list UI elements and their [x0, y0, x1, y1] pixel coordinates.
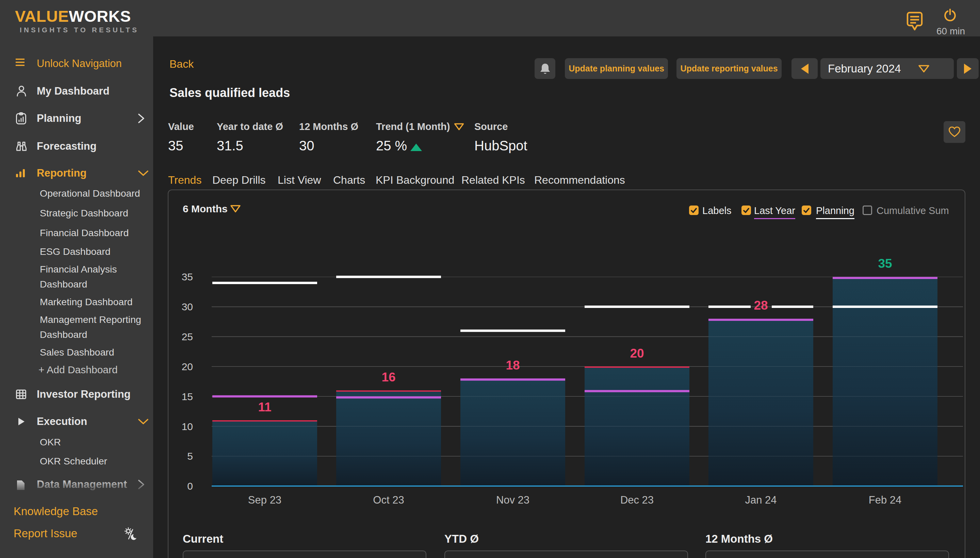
svg-text:Feb 24: Feb 24: [869, 494, 902, 506]
svg-text:20: 20: [182, 361, 193, 372]
svg-text:Sep 23: Sep 23: [248, 494, 281, 506]
svg-text:20: 20: [630, 346, 644, 360]
svg-text:16: 16: [381, 370, 396, 384]
svg-text:Dec 23: Dec 23: [621, 494, 654, 506]
svg-text:10: 10: [182, 421, 193, 432]
svg-text:30: 30: [182, 301, 193, 312]
svg-text:Oct 23: Oct 23: [373, 494, 404, 506]
svg-text:35: 35: [182, 271, 193, 282]
svg-text:35: 35: [878, 256, 892, 271]
svg-text:18: 18: [506, 358, 520, 372]
svg-text:25: 25: [182, 331, 193, 342]
svg-text:Jan 24: Jan 24: [745, 494, 776, 506]
svg-text:28: 28: [754, 299, 768, 312]
svg-text:5: 5: [187, 450, 193, 462]
svg-text:0: 0: [187, 481, 193, 492]
svg-text:15: 15: [182, 391, 193, 402]
svg-text:Nov 23: Nov 23: [496, 494, 529, 506]
svg-text:11: 11: [258, 400, 271, 414]
